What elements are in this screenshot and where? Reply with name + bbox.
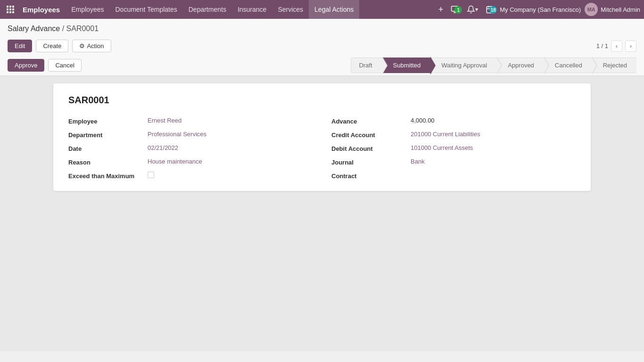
exceed-row: Exceed than Maximum [68, 172, 313, 180]
credit-account-value[interactable]: 201000 Current Liabilities [411, 131, 576, 138]
top-navigation: Employees Employees Document Templates D… [0, 0, 644, 19]
date-label: Date [68, 144, 144, 152]
status-pipeline: Draft Submitted Waiting Approval Approve… [351, 58, 636, 73]
date-value[interactable]: 02/21/2022 [148, 144, 313, 151]
topnav-right-area: 1 ▾ 18 My Company (San Francisco) MA Mit… [449, 3, 640, 16]
main-nav-menu: Employees Document Templates Departments… [66, 0, 433, 19]
journal-row: Journal Bank [331, 158, 576, 166]
avatar: MA [585, 3, 598, 16]
debit-account-label: Debit Account [331, 144, 407, 152]
svg-rect-7 [9, 11, 11, 13]
breadcrumb-current: SAR0001 [66, 25, 99, 33]
reason-value[interactable]: House maintenance [148, 158, 313, 165]
employee-row: Employee Ernest Reed [68, 117, 313, 125]
breadcrumb: Salary Advance / SAR0001 [8, 25, 636, 33]
approve-button[interactable]: Approve [8, 59, 44, 72]
nav-legal-actions[interactable]: Legal Actions [309, 0, 359, 19]
calendar-icon-btn[interactable]: 18 [484, 5, 496, 14]
pagination: 1 / 1 ‹ › [596, 41, 636, 52]
cancel-button[interactable]: Cancel [48, 59, 81, 72]
bell-icon-btn[interactable]: ▾ [465, 5, 480, 14]
contract-label: Contract [331, 172, 407, 180]
svg-rect-1 [9, 6, 11, 8]
svg-rect-6 [7, 11, 8, 13]
contract-row: Contract [331, 172, 576, 180]
approve-cancel-area: Approve Cancel [8, 55, 82, 75]
form-card: SAR0001 Employee Ernest Reed Department … [53, 83, 591, 191]
credit-account-label: Credit Account [331, 131, 407, 139]
gear-icon: ⚙ [79, 42, 85, 49]
status-waiting-approval[interactable]: Waiting Approval [430, 58, 496, 73]
department-row: Department Professional Services [68, 131, 313, 139]
employee-value[interactable]: Ernest Reed [148, 117, 313, 124]
debit-account-value[interactable]: 101000 Current Assets [411, 144, 576, 151]
prev-page-button[interactable]: ‹ [611, 41, 622, 52]
calendar-badge: 18 [489, 6, 497, 14]
employee-label: Employee [68, 117, 144, 125]
status-draft[interactable]: Draft [351, 58, 381, 73]
status-bar: Approve Cancel Draft Submitted Waiting A… [0, 55, 644, 76]
reason-row: Reason House maintenance [68, 158, 313, 166]
form-left-section: Employee Ernest Reed Department Professi… [68, 117, 313, 180]
pagination-count: 1 / 1 [596, 42, 608, 49]
status-submitted[interactable]: Submitted [382, 58, 430, 73]
grid-menu-icon[interactable] [4, 3, 17, 16]
exceed-label: Exceed than Maximum [68, 172, 144, 180]
department-value[interactable]: Professional Services [148, 131, 313, 138]
next-page-button[interactable]: › [625, 41, 636, 52]
department-label: Department [68, 131, 144, 139]
company-name: My Company (San Francisco) [500, 6, 581, 13]
form-right-section: Advance 4,000.00 Credit Account 201000 C… [331, 117, 576, 180]
advance-label: Advance [331, 117, 407, 125]
nav-services[interactable]: Services [272, 0, 309, 19]
svg-rect-4 [9, 8, 11, 10]
main-content: SAR0001 Employee Ernest Reed Department … [0, 76, 644, 351]
app-brand: Employees [19, 6, 64, 14]
svg-rect-5 [12, 8, 14, 10]
status-cancelled[interactable]: Cancelled [544, 58, 592, 73]
status-approved[interactable]: Approved [496, 58, 544, 73]
svg-rect-3 [7, 8, 8, 10]
user-menu[interactable]: MA Mitchell Admin [585, 3, 640, 16]
form-title: SAR0001 [68, 95, 576, 106]
action-button[interactable]: ⚙ Action [72, 40, 111, 52]
create-button[interactable]: Create [36, 40, 68, 52]
add-menu-button[interactable]: + [435, 0, 447, 19]
journal-value[interactable]: Bank [411, 158, 576, 165]
credit-account-row: Credit Account 201000 Current Liabilitie… [331, 131, 576, 139]
form-grid: Employee Ernest Reed Department Professi… [68, 117, 576, 180]
nav-document-templates[interactable]: Document Templates [109, 0, 182, 19]
nav-insurance[interactable]: Insurance [232, 0, 272, 19]
exceed-checkbox[interactable] [148, 172, 154, 178]
status-rejected[interactable]: Rejected [592, 58, 636, 73]
monitor-badge: 1 [454, 6, 462, 14]
journal-label: Journal [331, 158, 407, 166]
page-header: Salary Advance / SAR0001 [0, 19, 644, 37]
debit-account-row: Debit Account 101000 Current Assets [331, 144, 576, 152]
toolbar: Edit Create ⚙ Action 1 / 1 ‹ › [0, 37, 644, 55]
advance-row: Advance 4,000.00 [331, 117, 576, 125]
svg-rect-0 [7, 6, 8, 8]
monitor-icon-btn[interactable]: 1 [449, 5, 461, 14]
breadcrumb-separator: / [62, 25, 66, 33]
reason-label: Reason [68, 158, 144, 166]
nav-departments[interactable]: Departments [183, 0, 232, 19]
svg-rect-2 [12, 6, 14, 8]
svg-rect-8 [12, 11, 14, 13]
date-row: Date 02/21/2022 [68, 144, 313, 152]
edit-button[interactable]: Edit [8, 40, 32, 52]
username: Mitchell Admin [601, 6, 640, 13]
breadcrumb-parent[interactable]: Salary Advance [8, 25, 60, 33]
advance-value: 4,000.00 [411, 117, 576, 124]
nav-employees[interactable]: Employees [66, 0, 109, 19]
